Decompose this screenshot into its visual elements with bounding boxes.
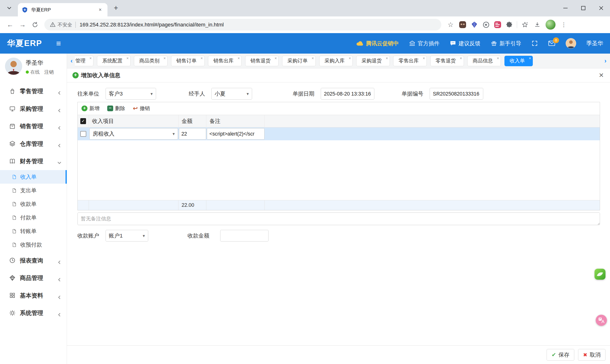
site-favicon-icon bbox=[22, 7, 28, 13]
fullscreen-button[interactable] bbox=[531, 40, 538, 47]
page-tab[interactable]: 系统配置× bbox=[97, 56, 130, 66]
promo-link[interactable]: 腾讯云促销中 bbox=[356, 40, 399, 47]
page-tab[interactable]: 销售退货× bbox=[245, 56, 279, 66]
cancel-button[interactable]: ✖取消 bbox=[578, 349, 605, 361]
tab-close-icon[interactable]: × bbox=[238, 56, 240, 61]
browser-profile-avatar[interactable] bbox=[545, 20, 556, 29]
downloads-button[interactable] bbox=[531, 19, 544, 31]
tab-close-icon[interactable]: × bbox=[200, 56, 203, 61]
sidebar-item-warehouse[interactable]: 仓库管理 bbox=[0, 135, 67, 153]
receive-amount-input[interactable] bbox=[220, 230, 268, 242]
sidebar-item-system[interactable]: 系统管理 bbox=[0, 304, 67, 322]
feedback-link[interactable]: 建议反馈 bbox=[450, 40, 480, 47]
forward-button[interactable]: → bbox=[16, 19, 29, 31]
extension-circle-icon[interactable] bbox=[480, 19, 492, 30]
tab-close-icon[interactable]: × bbox=[460, 56, 462, 61]
tab-close-icon[interactable]: × bbox=[89, 56, 92, 61]
sidebar-item-goods[interactable]: 商品管理 bbox=[0, 269, 67, 286]
select-all-checkbox[interactable]: ✓ bbox=[80, 118, 86, 124]
bookmark-star-icon[interactable]: ☆ bbox=[444, 19, 457, 31]
tab-close-icon[interactable]: × bbox=[312, 56, 314, 61]
tab-close-icon[interactable]: × bbox=[127, 56, 129, 61]
tabs-scroll-left-button[interactable]: ‹ bbox=[68, 57, 75, 65]
save-button[interactable]: ✔保存 bbox=[547, 349, 574, 361]
sidebar-item-prepayment-receipt[interactable]: 收预付款 bbox=[0, 238, 67, 252]
tab-close-icon[interactable]: × bbox=[423, 56, 425, 61]
sidebar-item-retail[interactable]: 零售管理 bbox=[0, 82, 67, 100]
tab-search-button[interactable] bbox=[4, 3, 15, 13]
window-minimize-button[interactable] bbox=[556, 0, 574, 16]
amount-total: 22.00 bbox=[179, 200, 207, 210]
new-tab-button[interactable]: + bbox=[111, 3, 121, 13]
page-tab[interactable]: 采购入库× bbox=[319, 56, 353, 66]
media-star-icon[interactable] bbox=[519, 19, 531, 31]
refresh-icon bbox=[32, 22, 38, 28]
app-header: 华夏ERP ≡ 腾讯云促销中 官方插件 建议反馈 新手引导 bbox=[0, 33, 610, 54]
tab-close-icon[interactable]: × bbox=[386, 56, 388, 61]
grid-row[interactable]: 房租收入▾ bbox=[78, 128, 600, 140]
tab-close-icon[interactable]: × bbox=[497, 56, 499, 61]
sidebar-item-reports[interactable]: 报表查询 bbox=[0, 252, 67, 269]
page-tab[interactable]: 零售出库× bbox=[393, 56, 427, 66]
income-item-select[interactable]: 房租收入▾ bbox=[89, 128, 178, 139]
handler-select[interactable]: 小夏▾ bbox=[211, 88, 252, 100]
messages-button[interactable]: 0 bbox=[548, 40, 556, 47]
tab-close-icon[interactable]: × bbox=[349, 56, 351, 61]
window-maximize-button[interactable] bbox=[574, 0, 592, 16]
sidebar-item-finance[interactable]: 财务管理 bbox=[0, 153, 67, 170]
grid-undo-button[interactable]: ↩撤销 bbox=[133, 105, 150, 112]
remark-textarea[interactable] bbox=[78, 212, 600, 225]
sidebar-toggle-icon[interactable]: ≡ bbox=[56, 39, 61, 48]
panel-close-icon[interactable]: ✕ bbox=[598, 72, 605, 79]
page-tab[interactable]: 采购订单× bbox=[282, 56, 316, 66]
refresh-button[interactable] bbox=[29, 19, 41, 31]
sidebar-item-expense-receipt[interactable]: 支出单 bbox=[0, 184, 67, 197]
page-tab[interactable]: 采购退货× bbox=[356, 56, 390, 66]
amount-input[interactable] bbox=[179, 128, 206, 139]
tab-close-icon[interactable]: × bbox=[163, 56, 166, 61]
sidebar-item-sales[interactable]: 销售管理 bbox=[0, 117, 67, 135]
grid-delete-button[interactable]: −删除 bbox=[107, 105, 125, 112]
sidebar-item-basic-data[interactable]: 基本资料 bbox=[0, 286, 67, 304]
back-button[interactable]: ← bbox=[4, 19, 16, 31]
number-input[interactable] bbox=[430, 88, 483, 100]
window-close-button[interactable] bbox=[592, 0, 610, 16]
extensions-puzzle-icon[interactable] bbox=[504, 19, 515, 30]
account-select[interactable]: 账户1▾ bbox=[105, 230, 148, 242]
tab-close-icon[interactable]: × bbox=[97, 6, 104, 13]
sidebar-item-payment-receipt[interactable]: 付款单 bbox=[0, 211, 67, 224]
grid-add-button[interactable]: +新增 bbox=[81, 105, 99, 112]
sidebar-item-purchase[interactable]: 采购管理 bbox=[0, 100, 67, 117]
date-input[interactable] bbox=[321, 88, 374, 100]
page-tab[interactable]: 商品信息× bbox=[467, 56, 501, 66]
page-tab[interactable]: 商品类别× bbox=[134, 56, 168, 66]
extension-gem-icon[interactable] bbox=[468, 19, 480, 30]
browser-tab[interactable]: 华夏ERP × bbox=[18, 3, 107, 16]
float-widget-icon[interactable] bbox=[595, 269, 606, 280]
tabs-scroll-right-button[interactable]: › bbox=[602, 57, 609, 65]
page-tab[interactable]: 管理× bbox=[75, 56, 94, 66]
logout-link[interactable]: 注销 bbox=[44, 69, 54, 75]
page-tab-active[interactable]: 收入单× bbox=[505, 56, 533, 66]
tab-close-icon[interactable]: × bbox=[274, 56, 277, 61]
user-avatar[interactable] bbox=[566, 38, 576, 49]
browser-menu-button[interactable]: ⋮ bbox=[558, 19, 570, 31]
sidebar-item-transfer-receipt[interactable]: 转账单 bbox=[0, 224, 67, 238]
address-bar[interactable]: 不安全 169.254.252.28:8123/index.html#/page… bbox=[44, 19, 441, 30]
sidebar-avatar[interactable] bbox=[5, 58, 22, 75]
row-checkbox[interactable] bbox=[80, 131, 86, 137]
browser-toolbar: ← → 不安全 169.254.252.28:8123/index.html#/… bbox=[0, 16, 610, 33]
row-remark-input[interactable] bbox=[207, 128, 264, 139]
extension-red-icon[interactable] bbox=[492, 19, 504, 30]
official-plugin-link[interactable]: 官方插件 bbox=[409, 40, 440, 47]
sidebar-item-collection-receipt[interactable]: 收款单 bbox=[0, 197, 67, 211]
extension-beaver-icon[interactable] bbox=[457, 19, 468, 30]
tab-close-icon[interactable]: × bbox=[529, 56, 531, 61]
header-right: 腾讯云促销中 官方插件 建议反馈 新手引导 0 bbox=[356, 38, 603, 49]
sidebar-item-income-receipt[interactable]: 收入单 bbox=[0, 170, 67, 184]
partner-select[interactable]: 客户3▾ bbox=[105, 88, 156, 100]
page-tab[interactable]: 零售退货× bbox=[430, 56, 464, 66]
page-tab[interactable]: 销售出库× bbox=[208, 56, 242, 66]
page-tab[interactable]: 销售订单× bbox=[171, 56, 205, 66]
guide-link[interactable]: 新手引导 bbox=[491, 40, 521, 47]
